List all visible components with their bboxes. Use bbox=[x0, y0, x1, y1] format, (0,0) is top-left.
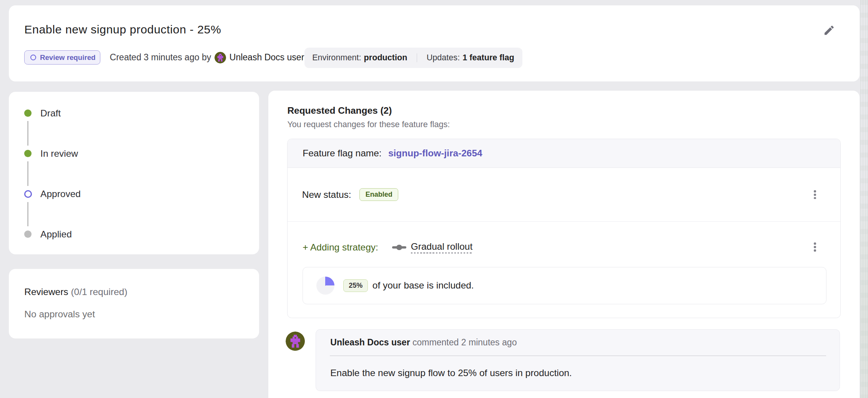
reviewers-title-text: Reviewers bbox=[24, 287, 68, 297]
updates-value: 1 feature flag bbox=[462, 53, 514, 63]
new-status-row: New status: Enabled bbox=[288, 168, 840, 222]
reviewers-empty-text: No approvals yet bbox=[24, 309, 95, 320]
review-required-label: Review required bbox=[40, 53, 96, 62]
comment-author: Unleash Docs user bbox=[330, 337, 410, 347]
timeline-connector bbox=[27, 202, 28, 226]
strategy-action-label: + Adding strategy: bbox=[303, 242, 378, 253]
header-meta-row: Review required Created 3 minutes ago by bbox=[24, 50, 304, 65]
pie-chart-icon bbox=[316, 277, 335, 295]
rollout-strategy-icon bbox=[392, 245, 406, 250]
reviewers-title: Reviewers (0/1 required) bbox=[24, 287, 127, 297]
enabled-badge: Enabled bbox=[359, 188, 398, 201]
flag-header-row: Feature flag name: signup-flow-jira-2654 bbox=[288, 139, 840, 168]
timeline-connector bbox=[27, 161, 28, 186]
timeline-label-in-review: In review bbox=[40, 148, 78, 159]
strategy-line: + Adding strategy: Gradual rollout bbox=[303, 240, 472, 254]
reviewers-card: Reviewers (0/1 required) No approvals ye… bbox=[9, 269, 259, 338]
comment-avatar bbox=[286, 332, 305, 351]
requested-changes-subtitle: You request changes for these feature fl… bbox=[287, 119, 450, 129]
new-status-label: New status: bbox=[302, 189, 351, 200]
page-title: Enable new signup production - 25% bbox=[24, 23, 221, 36]
strategy-menu-button[interactable] bbox=[810, 242, 821, 253]
edit-title-button[interactable] bbox=[823, 24, 835, 36]
rollout-summary-box: 25% of your base is included. bbox=[303, 267, 826, 304]
timeline-dot-draft bbox=[24, 109, 32, 117]
timeline-dot-in-review bbox=[24, 150, 32, 157]
review-required-badge: Review required bbox=[24, 50, 100, 65]
timeline-label-applied: Applied bbox=[40, 229, 72, 240]
author-avatar[interactable] bbox=[215, 52, 226, 63]
flag-name-link[interactable]: signup-flow-jira-2654 bbox=[388, 148, 482, 159]
timeline-label-approved: Approved bbox=[40, 189, 81, 199]
environment-value: production bbox=[364, 53, 407, 63]
strategy-name[interactable]: Gradual rollout bbox=[411, 241, 473, 254]
review-status-icon bbox=[30, 55, 36, 60]
requested-changes-title: Requested Changes (2) bbox=[287, 105, 392, 116]
environment-label: Environment: bbox=[312, 53, 361, 63]
timeline-card: Draft In review Approved Applied bbox=[9, 92, 259, 254]
environment-summary: Environment: production Updates: 1 featu… bbox=[304, 48, 522, 68]
updates-label: Updates: bbox=[427, 53, 460, 63]
comment-box: Unleash Docs user commented 2 minutes ag… bbox=[316, 329, 840, 391]
feature-flag-change-box: Feature flag name: signup-flow-jira-2654… bbox=[287, 139, 841, 318]
strategy-row: + Adding strategy: Gradual rollout 25% o… bbox=[288, 222, 840, 317]
timeline-dot-applied bbox=[24, 231, 32, 238]
rollout-description: of your base is included. bbox=[372, 280, 474, 291]
comment-body: Enable the new signup flow to 25% of use… bbox=[330, 368, 572, 378]
status-menu-button[interactable] bbox=[810, 189, 821, 200]
timeline-dot-approved bbox=[24, 190, 32, 198]
scrollbar-track[interactable] bbox=[860, 0, 868, 398]
requested-changes-card: Requested Changes (2) You request change… bbox=[268, 91, 860, 398]
timeline-label-draft: Draft bbox=[40, 108, 61, 119]
change-request-page: Enable new signup production - 25% Revie… bbox=[0, 0, 868, 398]
timeline-connector bbox=[27, 121, 28, 145]
comment-divider bbox=[330, 355, 826, 356]
comment-header: Unleash Docs user commented 2 minutes ag… bbox=[330, 337, 517, 348]
flag-name-label: Feature flag name: bbox=[303, 148, 381, 159]
reviewers-requirement: (0/1 required) bbox=[71, 287, 127, 297]
env-divider bbox=[417, 53, 417, 62]
rollout-percent-badge: 25% bbox=[343, 279, 368, 292]
author-name: Unleash Docs user bbox=[229, 52, 304, 63]
header-card: Enable new signup production - 25% Revie… bbox=[9, 5, 860, 81]
comment-meta: commented 2 minutes ago bbox=[412, 337, 517, 347]
created-text: Created 3 minutes ago by bbox=[110, 52, 211, 63]
